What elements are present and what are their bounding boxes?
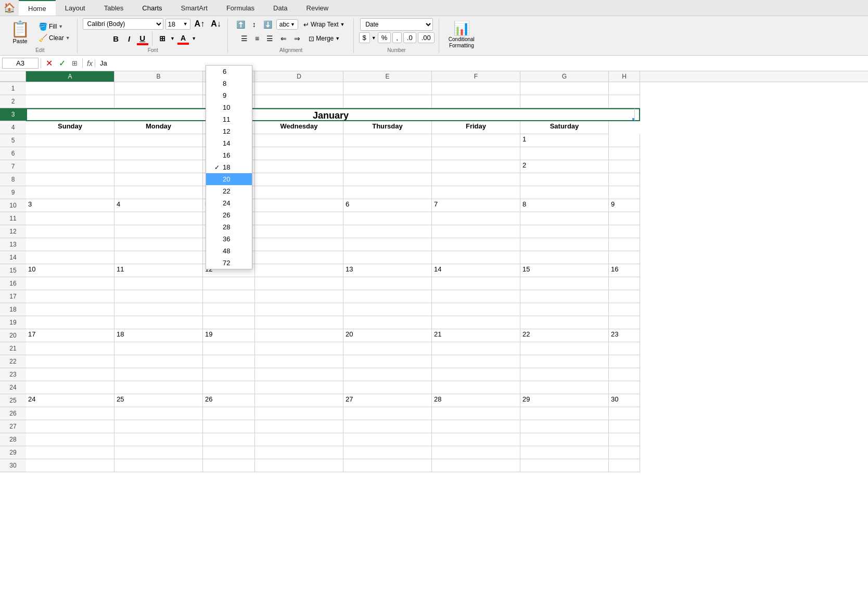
font-size-option-26[interactable]: 26 <box>206 209 252 221</box>
cell-24-4[interactable] <box>343 381 432 394</box>
cell-29-7[interactable] <box>609 446 640 459</box>
cell-21-2[interactable] <box>203 342 255 355</box>
italic-button[interactable]: I <box>124 33 134 45</box>
cell-12-1[interactable] <box>114 225 203 238</box>
col-header-d[interactable]: D <box>255 71 343 82</box>
cell-21-6[interactable] <box>520 342 609 355</box>
col-header-f[interactable]: F <box>432 71 520 82</box>
cell-23-2[interactable] <box>203 368 255 381</box>
cell-23-5[interactable] <box>432 368 520 381</box>
cell-19-2[interactable] <box>203 316 255 329</box>
font-size-option-9[interactable]: 9 <box>206 89 252 101</box>
font-size-option-36[interactable]: 36 <box>206 233 252 245</box>
cell-27-6[interactable] <box>520 420 609 433</box>
cell-16-7[interactable] <box>609 277 640 290</box>
cell-27-0[interactable] <box>26 420 114 433</box>
cell-23-6[interactable] <box>520 368 609 381</box>
cell-24-0[interactable] <box>26 381 114 394</box>
row-header-10[interactable]: 10 <box>0 199 26 212</box>
cell-16-3[interactable] <box>255 277 343 290</box>
cell-28-6[interactable] <box>520 433 609 446</box>
cell-1-6[interactable] <box>520 82 609 95</box>
cell-19-0[interactable] <box>26 316 114 329</box>
cell-9-3[interactable] <box>255 186 343 199</box>
cell-21-5[interactable] <box>432 342 520 355</box>
cell-15-7[interactable]: 16 <box>609 264 640 277</box>
cell-22-5[interactable] <box>432 355 520 368</box>
cell-2-3[interactable] <box>255 95 343 108</box>
cell-9-4[interactable] <box>343 186 432 199</box>
row-header-28[interactable]: 28 <box>0 433 26 446</box>
row-header-3[interactable]: 3 <box>0 108 26 121</box>
font-size-option-22[interactable]: 22 <box>206 185 252 197</box>
cell-10-1[interactable]: 4 <box>114 199 203 212</box>
cell-17-1[interactable] <box>114 290 203 303</box>
cell-21-7[interactable] <box>609 342 640 355</box>
cell-5-5[interactable] <box>432 134 520 147</box>
cell-12-3[interactable] <box>255 225 343 238</box>
cell-20-7[interactable]: 23 <box>609 329 640 342</box>
cell-8-5[interactable] <box>432 173 520 186</box>
cell-28-2[interactable] <box>203 433 255 446</box>
cell-18-1[interactable] <box>114 303 203 316</box>
row-header-22[interactable]: 22 <box>0 355 26 368</box>
cell-20-4[interactable]: 20 <box>343 329 432 342</box>
row-header-1[interactable]: 1 <box>0 82 26 95</box>
cell-17-5[interactable] <box>432 290 520 303</box>
cell-26-4[interactable] <box>343 407 432 420</box>
cell-11-4[interactable] <box>343 212 432 225</box>
tab-layout[interactable]: Layout <box>56 0 95 16</box>
text-direction-button[interactable]: abc ▼ <box>276 19 298 30</box>
cell-4-1[interactable]: Monday <box>114 121 203 134</box>
currency-dropdown[interactable]: ▼ <box>372 35 376 41</box>
cell-26-2[interactable] <box>203 407 255 420</box>
clear-button[interactable]: 🧹 Clear ▼ <box>36 33 73 43</box>
cell-18-3[interactable] <box>255 303 343 316</box>
cell-12-7[interactable] <box>609 225 640 238</box>
cell-23-3[interactable] <box>255 368 343 381</box>
cell-11-1[interactable] <box>114 212 203 225</box>
cell-15-1[interactable]: 11 <box>114 264 203 277</box>
cell-28-5[interactable] <box>432 433 520 446</box>
font-size-option-28[interactable]: 28 <box>206 221 252 233</box>
cell-1-0[interactable] <box>26 82 114 95</box>
font-size-option-24[interactable]: 24 <box>206 197 252 209</box>
cell-5-6[interactable]: 1 <box>520 134 609 147</box>
cell-10-0[interactable]: 3 <box>26 199 114 212</box>
font-color-button[interactable]: A <box>177 32 189 44</box>
percent-button[interactable]: % <box>378 32 391 43</box>
cell-17-4[interactable] <box>343 290 432 303</box>
cell-23-1[interactable] <box>114 368 203 381</box>
cell-10-6[interactable]: 8 <box>520 199 609 212</box>
font-size-dropdown[interactable]: 6891011121416✓182022242628364872 <box>206 65 252 269</box>
cell-16-4[interactable] <box>343 277 432 290</box>
cell-15-4[interactable]: 13 <box>343 264 432 277</box>
cell-8-1[interactable] <box>114 173 203 186</box>
row-header-25[interactable]: 25 <box>0 394 26 407</box>
cell-30-1[interactable] <box>114 459 203 472</box>
cell-19-1[interactable] <box>114 316 203 329</box>
cell-9-5[interactable] <box>432 186 520 199</box>
cell-6-6[interactable] <box>520 147 609 160</box>
currency-button[interactable]: $ <box>359 32 370 43</box>
cell-24-2[interactable] <box>203 381 255 394</box>
align-right-button[interactable]: ☰ <box>263 32 276 45</box>
align-bottom-button[interactable]: ⬇️ <box>260 18 275 31</box>
cell-2-7[interactable] <box>609 95 640 108</box>
cell-7-6[interactable]: 2 <box>520 160 609 173</box>
cell-2-0[interactable] <box>26 95 114 108</box>
cell-24-5[interactable] <box>432 381 520 394</box>
cell-22-7[interactable] <box>609 355 640 368</box>
cell-1-3[interactable] <box>255 82 343 95</box>
cell-26-0[interactable] <box>26 407 114 420</box>
cell-28-1[interactable] <box>114 433 203 446</box>
cell-28-7[interactable] <box>609 433 640 446</box>
cell-15-3[interactable] <box>255 264 343 277</box>
cell-29-1[interactable] <box>114 446 203 459</box>
cell-27-7[interactable] <box>609 420 640 433</box>
cell-10-3[interactable] <box>255 199 343 212</box>
tab-smartart[interactable]: SmartArt <box>172 0 217 16</box>
cell-14-0[interactable] <box>26 251 114 264</box>
cell-25-2[interactable]: 26 <box>203 394 255 407</box>
cell-29-6[interactable] <box>520 446 609 459</box>
